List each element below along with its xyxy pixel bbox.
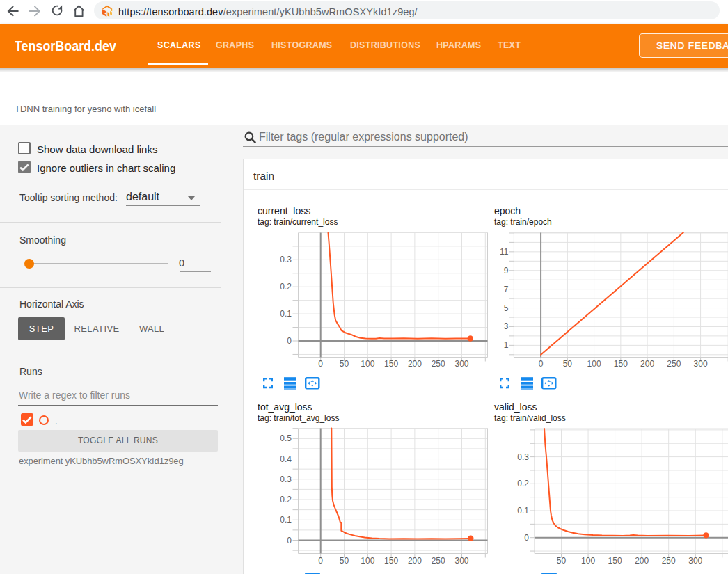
svg-text:250: 250	[667, 359, 681, 369]
svg-text:200: 200	[640, 359, 654, 369]
svg-text:150: 150	[608, 556, 622, 566]
svg-text:0.1: 0.1	[280, 309, 292, 319]
svg-text:0: 0	[287, 536, 292, 545]
svg-text:5: 5	[504, 303, 509, 313]
svg-text:0.3: 0.3	[517, 452, 529, 462]
svg-text:200: 200	[408, 359, 422, 369]
svg-text:250: 250	[662, 556, 676, 566]
svg-text:300: 300	[454, 359, 468, 369]
svg-text:11: 11	[500, 247, 509, 257]
svg-text:300: 300	[454, 556, 468, 566]
svg-text:0.3: 0.3	[280, 255, 292, 264]
svg-text:1: 1	[504, 340, 509, 350]
svg-text:50: 50	[563, 359, 573, 369]
svg-text:100: 100	[361, 359, 374, 369]
svg-text:150: 150	[384, 359, 398, 369]
svg-text:0: 0	[539, 359, 544, 369]
svg-text:7: 7	[504, 285, 509, 294]
svg-text:0: 0	[287, 336, 292, 346]
svg-text:0.5: 0.5	[280, 433, 292, 443]
svg-text:0: 0	[318, 359, 323, 369]
svg-text:0.1: 0.1	[280, 515, 292, 525]
svg-text:0.2: 0.2	[280, 495, 292, 504]
svg-text:150: 150	[384, 556, 398, 566]
svg-text:100: 100	[361, 556, 374, 566]
svg-text:0.2: 0.2	[280, 282, 292, 292]
svg-text:0: 0	[524, 533, 529, 543]
svg-text:50: 50	[340, 359, 349, 369]
svg-text:300: 300	[694, 359, 708, 369]
svg-text:0.2: 0.2	[517, 479, 529, 488]
svg-text:0.1: 0.1	[517, 506, 529, 516]
svg-text:0: 0	[318, 556, 323, 566]
svg-text:50: 50	[340, 556, 349, 566]
svg-text:150: 150	[614, 359, 628, 369]
svg-text:300: 300	[688, 556, 702, 566]
svg-text:0.4: 0.4	[280, 454, 292, 464]
svg-text:250: 250	[432, 556, 445, 566]
svg-text:200: 200	[408, 556, 422, 566]
svg-text:3: 3	[504, 321, 509, 331]
svg-text:100: 100	[587, 359, 601, 369]
svg-text:0.3: 0.3	[280, 475, 292, 484]
svg-text:9: 9	[504, 266, 509, 276]
svg-text:200: 200	[635, 556, 649, 566]
svg-text:50: 50	[557, 556, 567, 566]
svg-text:250: 250	[432, 359, 445, 369]
svg-text:100: 100	[581, 556, 595, 566]
